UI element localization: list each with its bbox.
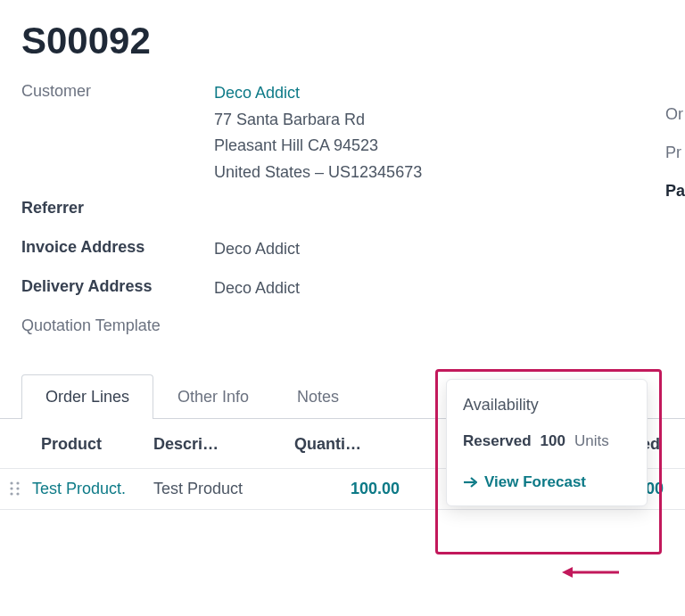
customer-value[interactable]: Deco Addict 77 Santa Barbara Rd Pleasant… (214, 80, 664, 186)
right-column-cut: Or Pr Pa (665, 105, 685, 220)
reserved-label: Reserved (463, 432, 532, 450)
line-description[interactable]: Test Product (153, 480, 284, 498)
page-title: S00092 (0, 0, 685, 62)
delivery-address-value[interactable]: Deco Addict (214, 275, 664, 302)
right-label-3: Pa (665, 182, 685, 201)
arrow-right-icon (463, 476, 477, 489)
drag-handle-icon[interactable] (9, 480, 32, 497)
form-area: Customer Deco Addict 77 Santa Barbara Rd… (0, 62, 685, 343)
tab-notes[interactable]: Notes (273, 374, 363, 419)
right-label-1: Or (665, 105, 685, 124)
quotation-template-label: Quotation Template (21, 315, 214, 335)
popover-reserved-row: Reserved 100 Units (463, 432, 631, 450)
line-quantity[interactable]: 100.00 (284, 480, 400, 498)
col-quantity[interactable]: Quanti… (294, 435, 446, 454)
customer-addr-line3: United States – US12345673 (214, 163, 422, 181)
tab-order-lines[interactable]: Order Lines (21, 374, 153, 419)
referrer-label: Referrer (21, 197, 214, 218)
svg-point-2 (10, 488, 12, 490)
svg-point-0 (10, 482, 12, 485)
svg-point-1 (16, 482, 19, 485)
line-product[interactable]: Test Product. (32, 480, 153, 498)
customer-link[interactable]: Deco Addict (214, 84, 300, 102)
invoice-address-label: Invoice Address (21, 236, 214, 257)
customer-label: Customer (21, 80, 214, 101)
view-forecast-label: View Forecast (484, 473, 586, 491)
col-description[interactable]: Descri… (153, 435, 294, 454)
svg-point-4 (10, 493, 12, 496)
availability-popover: Availability Reserved 100 Units View For… (446, 379, 648, 506)
right-label-2: Pr (665, 144, 685, 162)
popover-title: Availability (463, 396, 631, 415)
annotation-arrow-icon (560, 565, 621, 579)
reserved-value: 100 (541, 432, 565, 450)
invoice-address-value[interactable]: Deco Addict (214, 236, 664, 263)
svg-point-3 (16, 488, 19, 490)
view-forecast-link[interactable]: View Forecast (463, 473, 631, 491)
svg-point-5 (16, 493, 19, 496)
tab-other-info[interactable]: Other Info (153, 374, 273, 419)
customer-addr-line1: 77 Santa Barbara Rd (214, 111, 365, 128)
customer-addr-line2: Pleasant Hill CA 94523 (214, 136, 378, 154)
reserved-unit: Units (574, 432, 609, 450)
col-product[interactable]: Product (41, 435, 153, 454)
delivery-address-label: Delivery Address (21, 275, 214, 296)
